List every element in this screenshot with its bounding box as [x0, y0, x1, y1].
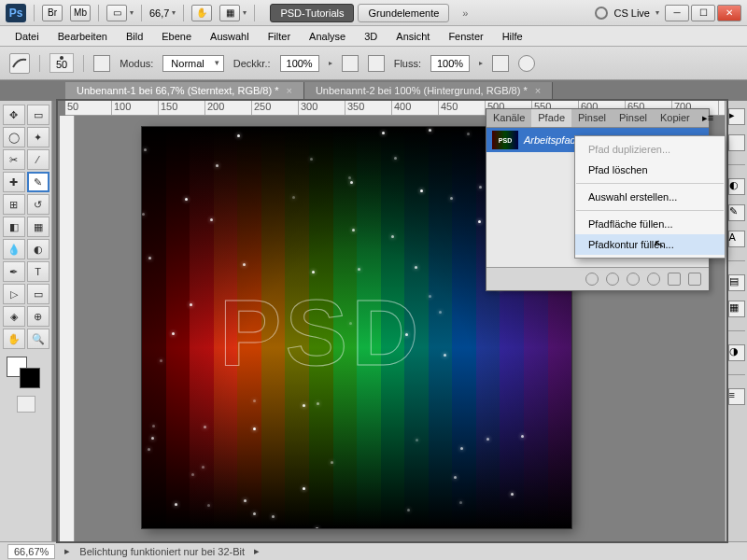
brush-panel-toggle[interactable] [93, 55, 110, 72]
workspace-tab-grundelemente[interactable]: Grundelemente [358, 4, 449, 22]
more-workspaces-icon[interactable]: » [462, 7, 468, 19]
tab-pinsel-2[interactable]: Pinsel [613, 109, 654, 127]
menu-3d[interactable]: 3D [357, 28, 385, 45]
workspace-tab-psd-tutorials[interactable]: PSD-Tutorials [270, 4, 354, 22]
new-path-icon[interactable] [668, 273, 681, 286]
selection-to-path-icon[interactable] [647, 273, 660, 286]
menu-bearbeiten[interactable]: Bearbeiten [50, 28, 115, 45]
panel-icon[interactable]: A [728, 231, 745, 247]
tab-kanaele[interactable]: Kanäle [486, 109, 531, 127]
zoom-value: 66,7 [149, 7, 169, 19]
brush-size-value: 50 [56, 60, 67, 70]
flow-input[interactable]: 100% [430, 55, 470, 72]
panel-icon[interactable]: ≡ [728, 388, 745, 405]
tool-gradient[interactable]: ▦ [27, 217, 49, 237]
fill-path-icon[interactable] [585, 273, 599, 286]
tool-pen[interactable]: ✒ [3, 261, 25, 282]
tool-zoom[interactable]: 🔍 [27, 329, 49, 349]
tool-brush[interactable]: ✎ [27, 172, 49, 192]
airbrush-icon[interactable] [368, 55, 385, 72]
menu-filter[interactable]: Filter [261, 28, 298, 45]
window-maximize-button[interactable]: ☐ [691, 5, 715, 21]
brush-preset-picker[interactable]: 50 [49, 53, 74, 73]
menu-auswahl[interactable]: Auswahl [203, 28, 257, 45]
blend-mode-dropdown[interactable]: Normal [162, 55, 223, 72]
document-tabs: Unbenannt-1 bei 66,7% (Sterntext, RGB/8)… [0, 80, 747, 101]
close-icon[interactable]: × [286, 85, 291, 96]
tool-dodge[interactable]: ◐ [27, 239, 49, 259]
panel-icon[interactable]: ▦ [728, 301, 745, 317]
tool-path-select[interactable]: ▷ [3, 284, 25, 304]
tablet-size-icon[interactable] [492, 55, 509, 72]
path-label: Arbeitspfad [524, 134, 576, 146]
menu-analyse[interactable]: Analyse [302, 28, 353, 45]
tool-history-brush[interactable]: ↺ [27, 194, 49, 215]
status-bar: 66,67% ▸ Belichtung funktioniert nur bei… [0, 541, 747, 560]
cslive-label[interactable]: CS Live [613, 7, 650, 19]
tool-move[interactable]: ✥ [3, 105, 25, 125]
menu-auswahl-erstellen[interactable]: Auswahl erstellen... [575, 187, 725, 207]
tab-kopier[interactable]: Kopier [654, 109, 697, 127]
title-bar: Ps Br Mb ▭▾ 66,7▾ ✋ ▦▾ PSD-Tutorials Gru… [0, 0, 747, 26]
psd-text-path: PSD [219, 279, 494, 408]
background-color[interactable] [20, 368, 40, 388]
menu-bild[interactable]: Bild [119, 28, 150, 45]
hand-icon[interactable]: ✋ [191, 5, 212, 21]
tab-pfade[interactable]: Pfade [531, 109, 571, 127]
menu-pfad-loeschen[interactable]: Pfad löschen [575, 160, 725, 180]
tool-hand[interactable]: ✋ [3, 329, 25, 349]
close-icon[interactable]: × [535, 85, 541, 96]
arrange-dropdown[interactable]: ▦▾ [219, 5, 247, 21]
screen-mode-dropdown[interactable]: ▭▾ [106, 5, 134, 21]
cslive-icon [595, 7, 608, 20]
status-zoom[interactable]: 66,67% [7, 544, 55, 559]
menu-pfadflaeche-fuellen[interactable]: Pfadfläche füllen... [575, 214, 725, 234]
options-bar: 50 Modus: Normal Deckkr.: 100%▸ Fluss: 1… [0, 47, 747, 80]
panel-icon[interactable]: ◑ [728, 344, 745, 361]
menu-pfadkontur-fuellen[interactable]: Pfadkontur füllen... [575, 234, 725, 255]
tool-lasso[interactable]: ◯ [3, 127, 25, 147]
window-minimize-button[interactable]: ─ [665, 5, 689, 21]
stroke-path-icon[interactable] [606, 273, 619, 286]
tool-eraser[interactable]: ◧ [3, 217, 25, 237]
zoom-dropdown[interactable]: 66,7▾ [149, 7, 176, 19]
panel-icon[interactable]: ◐ [728, 178, 745, 195]
tool-3d-camera[interactable]: ⊕ [27, 306, 49, 327]
vertical-ruler[interactable] [60, 116, 75, 541]
menu-fenster[interactable]: Fenster [441, 28, 490, 45]
menu-hilfe[interactable]: Hilfe [495, 28, 530, 45]
tool-type[interactable]: T [27, 261, 49, 282]
panel-icon[interactable]: ▤ [728, 274, 745, 291]
minibridge-button[interactable]: Mb [70, 5, 91, 21]
panel-flyout-icon[interactable]: ▸≡ [697, 109, 719, 127]
tool-marquee[interactable]: ▭ [27, 105, 49, 125]
tool-shape[interactable]: ▭ [27, 284, 49, 304]
menu-ansicht[interactable]: Ansicht [388, 28, 437, 45]
tool-heal[interactable]: ✚ [3, 172, 25, 192]
tool-wand[interactable]: ✦ [27, 127, 49, 147]
current-tool-icon[interactable] [9, 53, 30, 74]
window-close-button[interactable]: ✕ [717, 5, 741, 21]
panel-icon[interactable] [728, 134, 745, 151]
color-swatches[interactable] [3, 357, 49, 390]
panel-icon[interactable]: ▸ [728, 108, 745, 125]
panel-icon[interactable]: ✎ [728, 204, 745, 221]
opacity-label: Deckkr.: [233, 58, 271, 69]
tool-3d[interactable]: ◈ [3, 306, 25, 327]
path-to-selection-icon[interactable] [627, 273, 640, 286]
document-tab-2[interactable]: Unbenannt-2 bei 100% (Hintergrund, RGB/8… [304, 82, 553, 99]
bridge-button[interactable]: Br [42, 5, 63, 21]
target-icon[interactable] [518, 55, 535, 72]
menu-datei[interactable]: Datei [7, 28, 47, 45]
quickmask-toggle[interactable] [3, 396, 49, 413]
menu-ebene[interactable]: Ebene [154, 28, 199, 45]
delete-path-icon[interactable] [688, 273, 701, 286]
tool-crop[interactable]: ✂ [3, 149, 25, 170]
tool-eyedropper[interactable]: ⁄ [27, 149, 49, 170]
tool-blur[interactable]: 💧 [3, 239, 25, 259]
document-tab-1[interactable]: Unbenannt-1 bei 66,7% (Sterntext, RGB/8)… [65, 82, 304, 99]
opacity-input[interactable]: 100% [280, 55, 319, 72]
tool-stamp[interactable]: ⊞ [3, 194, 25, 215]
tab-pinsel[interactable]: Pinsel [571, 109, 613, 127]
tablet-opacity-icon[interactable] [342, 55, 359, 72]
